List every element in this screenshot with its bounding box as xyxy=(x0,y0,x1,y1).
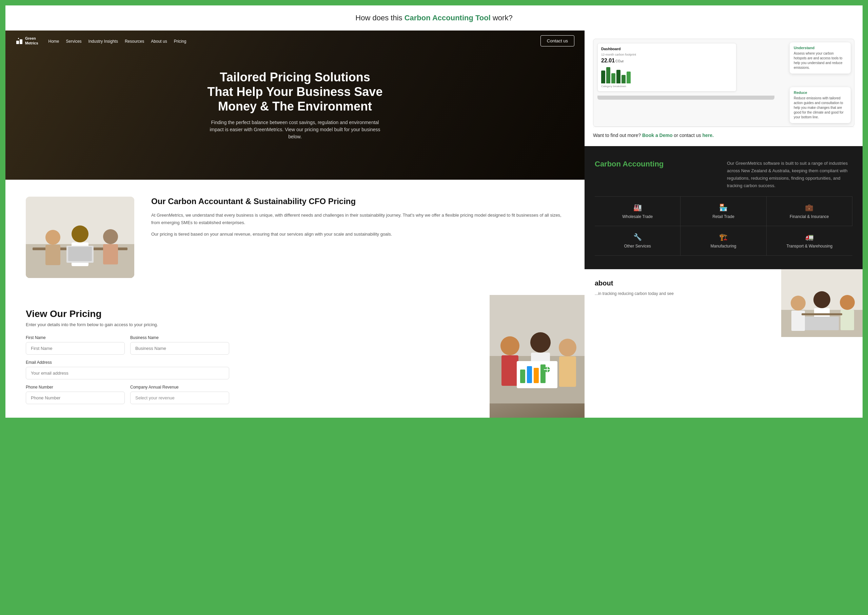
svg-point-20 xyxy=(559,339,576,356)
team-image xyxy=(26,197,134,278)
other-icon: 🔧 xyxy=(633,233,642,241)
nav-links: Home Services Industry Insights Resource… xyxy=(48,38,540,44)
nav-resources[interactable]: Resources xyxy=(125,39,144,44)
logo: GreenMetrics xyxy=(16,36,38,45)
hero-content: Tailored Pricing Solutions That Help You… xyxy=(193,70,397,141)
carbon-para-1: At GreenMetrics, we understand that ever… xyxy=(151,212,564,226)
svg-rect-39 xyxy=(805,317,839,330)
understand-text: Assess where your carbon hotspots are an… xyxy=(794,51,847,70)
dark-left: Carbon Accounting xyxy=(595,160,720,189)
pricing-form-area: View Our Pricing Enter your details into… xyxy=(5,295,490,418)
transport-label: Transport & Warehousing xyxy=(786,244,832,248)
navbar: GreenMetrics Home Services Industry Insi… xyxy=(5,31,585,51)
dark-right: Our GreenMetrics software is built to su… xyxy=(727,160,852,189)
manufacturing-label: Manufacturing xyxy=(710,244,736,248)
hero-section: GreenMetrics Home Services Industry Insi… xyxy=(5,31,585,180)
dark-text: Our GreenMetrics software is built to su… xyxy=(727,160,852,189)
nav-about[interactable]: About us xyxy=(151,39,167,44)
svg-rect-0 xyxy=(16,41,19,44)
other-label: Other Services xyxy=(624,244,651,248)
nav-services[interactable]: Services xyxy=(66,39,82,44)
revenue-label: Company Annual Revenue xyxy=(130,385,229,390)
logo-icon xyxy=(16,37,23,45)
phone-group: Phone Number xyxy=(26,385,125,404)
svg-rect-25 xyxy=(534,368,539,383)
bar-6 xyxy=(627,72,631,83)
about-text: ...in tracking reducing carbon today and… xyxy=(595,290,771,297)
banner-highlight: Carbon Accounting Tool xyxy=(404,14,491,22)
email-input[interactable] xyxy=(26,367,229,379)
image-placeholder xyxy=(26,197,134,278)
first-name-label: First Name xyxy=(26,335,125,340)
svg-point-16 xyxy=(500,336,520,355)
logo-text: GreenMetrics xyxy=(25,36,38,45)
financial-label: Financial & Insurance xyxy=(790,214,829,219)
top-banner: How does this Carbon Accounting Tool wor… xyxy=(5,5,863,31)
meeting-svg xyxy=(490,295,585,403)
phone-input[interactable] xyxy=(26,392,125,404)
svg-rect-1 xyxy=(20,39,22,44)
nav-industry[interactable]: Industry Insights xyxy=(89,39,118,44)
manufacturing-icon: 🏗️ xyxy=(719,233,727,241)
bar-5 xyxy=(621,75,626,83)
bottom-row: about ...in tracking reducing carbon tod… xyxy=(585,269,863,418)
svg-rect-23 xyxy=(520,370,525,383)
retail-icon: 🏪 xyxy=(719,203,727,212)
contact-here-link[interactable]: here. xyxy=(702,133,713,138)
nav-pricing[interactable]: Pricing xyxy=(174,39,186,44)
svg-rect-7 xyxy=(45,245,60,265)
industry-other[interactable]: 🔧 Other Services xyxy=(595,226,681,256)
about-image xyxy=(781,269,863,418)
industry-financial[interactable]: 💼 Financial & Insurance xyxy=(767,197,852,226)
revenue-group: Company Annual Revenue Select your reven… xyxy=(130,385,229,404)
industry-wholesale[interactable]: 🏭 Wholesale Trade xyxy=(595,197,681,226)
carbon-accountant-title: Our Carbon Accountant & Sustainability C… xyxy=(151,197,564,206)
bar-3 xyxy=(611,73,615,83)
first-name-input[interactable] xyxy=(26,342,125,354)
first-name-group: First Name xyxy=(26,335,125,354)
wholesale-icon: 🏭 xyxy=(633,203,642,212)
about-team-svg xyxy=(781,269,863,337)
pricing-form: First Name Business Name Email Address xyxy=(26,335,229,404)
pricing-subtitle: Enter your details into the form below t… xyxy=(26,322,469,327)
transport-icon: 🚛 xyxy=(805,233,814,241)
revenue-select[interactable]: Select your revenue xyxy=(130,392,229,404)
category-title: Category breakdown xyxy=(601,85,733,88)
dashboard-metric: 22.01CO₂e xyxy=(601,58,733,64)
dark-industries-section: Carbon Accounting Our GreenMetrics softw… xyxy=(585,146,863,269)
dashboard-mockup: Dashboard 12-month carbon footprint 22.0… xyxy=(593,39,854,127)
svg-point-18 xyxy=(530,332,551,353)
svg-rect-38 xyxy=(802,313,842,315)
svg-rect-24 xyxy=(527,366,532,383)
svg-point-32 xyxy=(791,296,806,311)
email-group: Email Address xyxy=(26,360,229,379)
industries-grid: 🏭 Wholesale Trade 🏪 Retail Trade 💼 Finan… xyxy=(595,196,852,256)
nav-home[interactable]: Home xyxy=(48,39,59,44)
svg-rect-37 xyxy=(840,310,854,330)
svg-point-34 xyxy=(813,291,831,308)
industry-transport[interactable]: 🚛 Transport & Warehousing xyxy=(767,226,852,256)
three-col-layout: GreenMetrics Home Services Industry Insi… xyxy=(5,31,863,418)
hero-subtitle: Finding the perfect balance between cost… xyxy=(207,119,383,140)
contact-button[interactable]: Contact us xyxy=(540,35,575,47)
bar-2 xyxy=(606,67,610,83)
understand-title: Understand xyxy=(794,46,847,50)
book-demo-link[interactable]: Book a Demo xyxy=(642,133,672,138)
right-panels-col: Dashboard 12-month carbon footprint 22.0… xyxy=(585,31,863,418)
about-text-area: about ...in tracking reducing carbon tod… xyxy=(585,269,781,418)
or-text: or contact us xyxy=(674,133,701,138)
bar-1 xyxy=(601,70,605,83)
want-text: Want to find out more? xyxy=(593,133,641,138)
bar-4 xyxy=(617,70,620,83)
svg-rect-26 xyxy=(540,364,546,383)
demo-contact: Want to find out more? Book a Demo or co… xyxy=(593,127,854,138)
business-name-input[interactable] xyxy=(130,342,229,354)
hero-title: Tailored Pricing Solutions That Help You… xyxy=(207,70,383,114)
industry-retail[interactable]: 🏪 Retail Trade xyxy=(681,197,766,226)
phone-label: Phone Number xyxy=(26,385,125,390)
dashboard-card: Dashboard 12-month carbon footprint 22.0… xyxy=(598,43,737,92)
dark-content-row: Carbon Accounting Our GreenMetrics softw… xyxy=(595,160,852,189)
financial-icon: 💼 xyxy=(805,203,813,212)
svg-rect-2 xyxy=(18,38,19,39)
industry-manufacturing[interactable]: 🏗️ Manufacturing xyxy=(681,226,766,256)
